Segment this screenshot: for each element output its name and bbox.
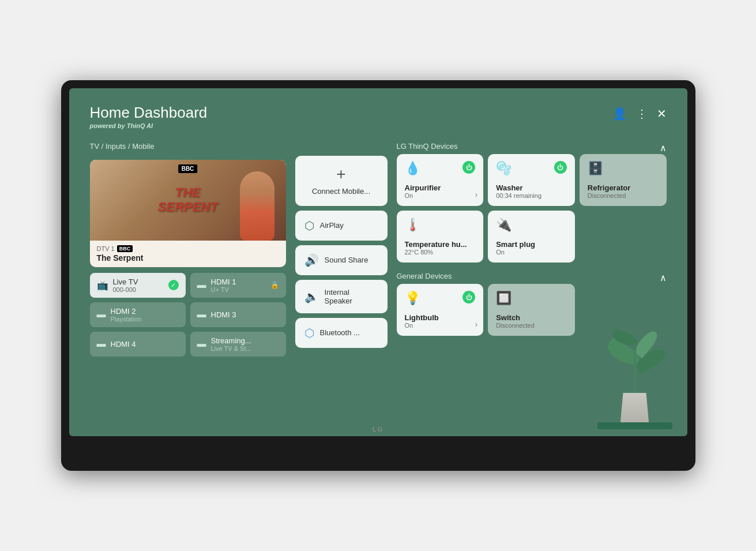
input-streaming[interactable]: ▬ Streaming... Live TV & St... [190,332,286,357]
thinq-section-label: LG ThinQ Devices [397,142,458,151]
powered-by: powered by ThinQ AI [90,122,208,129]
general-collapse-icon[interactable]: ∧ [660,272,667,283]
airplay-icon: ⬡ [304,219,314,233]
input-live-tv[interactable]: 📺 Live TV 000-000 ✓ [90,273,186,298]
airplay-button[interactable]: ⬡ AirPlay [295,211,388,241]
tv-preview-image: BBC THESERPENT [90,160,286,241]
dashboard: Home Dashboard powered by ThinQ AI 👤 ⋮ ✕… [69,88,687,436]
show-title-display: THESERPENT [158,186,218,213]
washer-status: 00:34 remaining [496,192,567,199]
sound-share-label: Sound Share [325,256,368,264]
thinq-section-header: LG ThinQ Devices ∧ [397,142,667,154]
input-hdmi3-info: HDMI 3 [211,310,236,319]
internal-speaker-button[interactable]: 🔈 Internal Speaker [295,280,388,313]
hdmi2-icon: ▬ [97,309,106,320]
temperature-status: 22°C 80% [405,249,476,256]
header-actions: 👤 ⋮ ✕ [612,107,667,121]
bluetooth-button[interactable]: ⬡ Bluetooth ... [295,318,388,348]
hdmi3-icon: ▬ [197,309,206,320]
general-section: General Devices ∧ 💡 ⏻ Li [397,272,667,336]
header: Home Dashboard powered by ThinQ AI 👤 ⋮ ✕ [90,104,667,129]
refrigerator-icon: 🗄️ [588,161,603,176]
smartplug-name: Smart plug [496,240,567,249]
washer-icon: 🫧 [496,161,511,176]
device-switch: 🔲 Switch Disconnected [488,284,575,336]
airpurifier-header: 💧 ⏻ [405,161,476,176]
active-check: ✓ [168,280,179,290]
header-title: Home Dashboard powered by ThinQ AI [90,104,208,129]
input-hdmi2-info: HDMI 2 Playstation [111,307,142,323]
sound-share-button[interactable]: 🔊 Sound Share [295,245,388,275]
tv-section-label: TV / Inputs / Mobile [90,142,286,151]
device-temperature[interactable]: 🌡️ Temperature hu... 22°C 80% [397,211,484,263]
lightbulb-header: 💡 ⏻ [405,291,476,306]
washer-header: 🫧 ⏻ [496,161,567,176]
refrigerator-status: Disconnected [588,192,659,199]
switch-header: 🔲 [496,291,567,306]
connect-mobile-button[interactable]: + Connect Mobile... [295,156,388,206]
device-airpurifier[interactable]: 💧 ⏻ Airpurifier On › [397,154,484,206]
airpurifier-name: Airpurifier [405,183,476,192]
connect-mobile-label: Connect Mobile... [312,187,370,196]
actions-panel: + Connect Mobile... ⬡ AirPlay 🔊 Sound Sh… [295,156,388,425]
washer-name: Washer [496,183,567,192]
bluetooth-icon: ⬡ [304,326,314,340]
bbc-overlay: BBC [178,164,198,173]
person-silhouette [240,171,274,241]
input-hdmi4[interactable]: ▬ HDMI 4 [90,332,186,357]
thinq-collapse-icon[interactable]: ∧ [660,143,667,153]
switch-info: Switch Disconnected [496,309,567,329]
airpurifier-icon: 💧 [405,161,420,176]
lightbulb-status: On [405,322,476,329]
lock-icon: 🔒 [270,281,279,289]
airpurifier-info: Airpurifier On [405,179,476,199]
temperature-name: Temperature hu... [405,240,476,249]
bbc-badge: BBC [117,245,133,252]
tv-preview-card[interactable]: BBC THESERPENT DTV 1 BBC The Serpent [90,160,286,267]
input-hdmi2[interactable]: ▬ HDMI 2 Playstation [90,302,186,327]
device-lightbulb[interactable]: 💡 ⏻ Lightbulb On › [397,284,484,336]
switch-status: Disconnected [496,322,567,329]
devices-panel: LG ThinQ Devices ∧ 💧 ⏻ A [397,142,667,425]
lightbulb-icon: 💡 [405,291,420,306]
add-icon: + [336,166,345,182]
switch-name: Switch [496,313,567,322]
tv-preview-info: DTV 1 BBC The Serpent [90,241,286,267]
lightbulb-name: Lightbulb [405,313,476,322]
tv-channel: DTV 1 BBC [97,245,279,252]
close-icon[interactable]: ✕ [657,107,667,121]
tv-right-leg [578,436,618,465]
input-grid: 📺 Live TV 000-000 ✓ ▬ HDMI 1 [90,273,286,357]
device-washer[interactable]: 🫧 ⏻ Washer 00:34 remaining [488,154,575,206]
airpurifier-arrow: › [475,190,477,199]
smartplug-status: On [496,249,567,256]
tv-show-title: The Serpent [97,253,279,263]
bluetooth-label: Bluetooth ... [320,328,360,337]
tv-frame: Home Dashboard powered by ThinQ AI 👤 ⋮ ✕… [61,80,695,471]
more-menu-icon[interactable]: ⋮ [636,107,648,121]
input-streaming-info: Streaming... Live TV & St... [211,336,251,352]
tv-screen: Home Dashboard powered by ThinQ AI 👤 ⋮ ✕… [69,88,687,436]
smartplug-icon: 🔌 [496,218,511,233]
washer-power-button[interactable]: ⏻ [554,161,567,174]
general-device-grid: 💡 ⏻ Lightbulb On › [397,284,667,336]
internal-speaker-label: Internal Speaker [325,288,378,305]
airpurifier-power-button[interactable]: ⏻ [462,161,475,174]
device-refrigerator: 🗄️ Refrigerator Disconnected [580,154,667,206]
device-smartplug[interactable]: 🔌 Smart plug On [488,211,575,263]
input-hdmi1[interactable]: ▬ HDMI 1 U+ TV 🔒 [190,273,286,298]
tv-brand-label: LG [373,426,383,433]
lightbulb-arrow: › [475,320,477,329]
thinq-device-grid: 💧 ⏻ Airpurifier On › [397,154,667,263]
lightbulb-power-button[interactable]: ⏻ [462,291,475,303]
input-hdmi1-info: HDMI 1 U+ TV [211,278,236,293]
washer-info: Washer 00:34 remaining [496,179,567,199]
general-section-label: General Devices [397,272,452,280]
user-icon[interactable]: 👤 [612,107,627,121]
internal-speaker-icon: 🔈 [304,290,319,303]
refrigerator-name: Refrigerator [588,183,659,192]
thinq-section: LG ThinQ Devices ∧ 💧 ⏻ A [397,142,667,263]
hdmi4-icon: ▬ [97,339,106,349]
input-hdmi3[interactable]: ▬ HDMI 3 [190,302,286,327]
tv-inputs-panel: TV / Inputs / Mobile BBC THESERPENT DTV … [90,142,286,425]
